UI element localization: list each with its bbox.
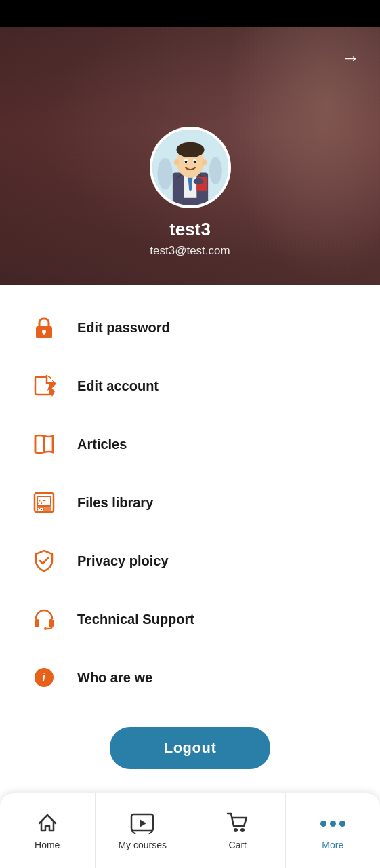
- home-nav-icon: [35, 811, 60, 835]
- svg-rect-20: [43, 332, 45, 335]
- status-bar: [0, 0, 380, 27]
- dot-1: [320, 821, 326, 827]
- bottom-nav: Home My courses Cart: [0, 793, 380, 868]
- menu-item-privacy-policy[interactable]: Privacy ploicy: [0, 532, 380, 590]
- more-nav-label: More: [322, 840, 343, 850]
- menu-item-who-are-we[interactable]: i Who are we: [0, 648, 380, 707]
- technical-support-label: Technical Support: [77, 612, 194, 627]
- nav-item-cart[interactable]: Cart: [190, 793, 285, 868]
- svg-point-9: [193, 178, 203, 184]
- svg-point-38: [234, 828, 238, 832]
- headphones-icon: [27, 602, 61, 636]
- more-nav-icon: [320, 811, 345, 835]
- nav-item-my-courses[interactable]: My courses: [95, 793, 190, 868]
- courses-nav-label: My courses: [118, 840, 167, 850]
- svg-point-15: [193, 161, 196, 163]
- svg-line-22: [48, 387, 49, 391]
- edit-icon: [27, 369, 61, 403]
- svg-text:A=: A=: [38, 498, 46, 505]
- svg-point-1: [157, 158, 172, 190]
- nav-item-more[interactable]: More: [285, 793, 381, 868]
- avatar: [150, 127, 231, 208]
- book-icon: [27, 427, 61, 461]
- menu-section: Edit password Edit account: [0, 285, 380, 720]
- dot-3: [339, 821, 345, 827]
- menu-item-edit-password[interactable]: Edit password: [0, 298, 380, 357]
- profile-header: →: [0, 27, 380, 285]
- articles-label: Articles: [77, 437, 127, 452]
- cart-nav-icon: [226, 811, 250, 835]
- svg-point-17: [201, 159, 206, 165]
- logout-button[interactable]: Logout: [110, 727, 271, 769]
- courses-nav-icon: [130, 811, 154, 835]
- dot-2: [330, 821, 336, 827]
- menu-item-files-library[interactable]: A= Files library: [0, 473, 380, 532]
- profile-name: test3: [169, 219, 211, 240]
- menu-item-technical-support[interactable]: Technical Support: [0, 590, 380, 648]
- logout-section: Logout: [0, 720, 380, 796]
- edit-account-label: Edit account: [77, 378, 159, 394]
- cart-nav-label: Cart: [229, 840, 247, 850]
- svg-point-16: [173, 159, 178, 165]
- svg-text:i: i: [43, 671, 46, 683]
- profile-email: test3@test.com: [150, 244, 230, 258]
- files-library-label: Files library: [77, 495, 153, 511]
- files-icon: A=: [27, 486, 61, 519]
- menu-item-articles[interactable]: Articles: [0, 415, 380, 473]
- arrow-right-button[interactable]: →: [341, 47, 360, 69]
- svg-point-11: [176, 142, 204, 157]
- info-icon: i: [27, 660, 61, 694]
- svg-point-31: [44, 627, 47, 630]
- privacy-policy-label: Privacy ploicy: [77, 553, 169, 569]
- shield-icon: [27, 544, 61, 578]
- profile-content: test3 test3@test.com: [150, 127, 231, 258]
- nav-item-home[interactable]: Home: [0, 793, 95, 868]
- svg-point-2: [209, 157, 222, 184]
- svg-point-14: [184, 161, 187, 163]
- svg-rect-29: [35, 619, 39, 627]
- home-nav-label: Home: [35, 840, 60, 850]
- who-are-we-label: Who are we: [77, 670, 152, 686]
- menu-item-edit-account[interactable]: Edit account: [0, 357, 380, 415]
- svg-point-39: [240, 828, 245, 832]
- svg-marker-35: [140, 819, 146, 827]
- lock-icon: [27, 311, 61, 344]
- edit-password-label: Edit password: [77, 320, 170, 336]
